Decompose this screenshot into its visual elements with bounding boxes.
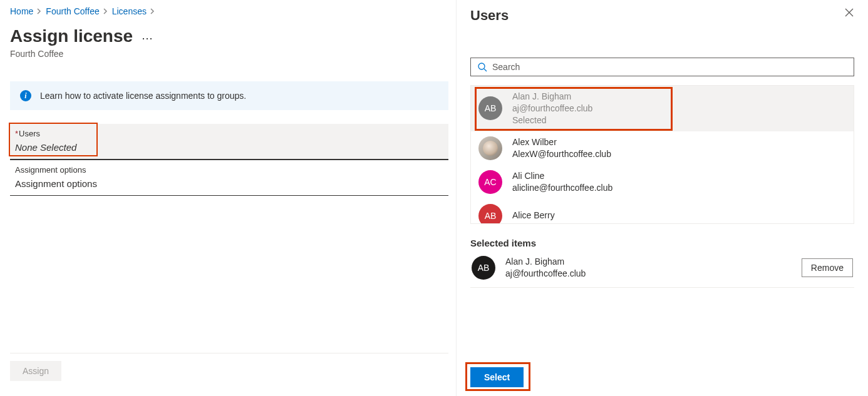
user-email: aj@fourthcoffee.club	[505, 268, 792, 280]
chevron-right-icon	[103, 8, 108, 14]
chevron-right-icon	[37, 8, 42, 14]
avatar	[478, 136, 502, 160]
user-list[interactable]: AB Alan J. Bigham aj@fourthcoffee.club S…	[470, 85, 854, 224]
avatar: AB	[478, 96, 502, 120]
user-name: Alex Wilber	[512, 136, 611, 148]
user-email: aj@fourthcoffee.club	[512, 103, 592, 114]
search-input[interactable]	[492, 62, 847, 72]
breadcrumb: Home Fourth Coffee Licenses	[10, 5, 456, 18]
user-name: Alan J. Bigham	[505, 256, 792, 268]
user-status: Selected	[512, 114, 592, 126]
avatar: AB	[472, 256, 495, 280]
user-name: Alice Berry	[512, 210, 555, 221]
user-row[interactable]: AB Alan J. Bigham aj@fourthcoffee.club S…	[471, 86, 854, 131]
assignment-options-section[interactable]: Assignment options Assignment options	[10, 160, 448, 196]
more-actions-icon[interactable]: ⋯	[142, 29, 153, 44]
panel-title: Users	[470, 8, 509, 24]
users-section-label: *Users	[15, 129, 443, 138]
user-row[interactable]: Alex Wilber AlexW@fourthcoffee.club	[471, 131, 854, 165]
search-icon	[477, 62, 487, 72]
avatar: AC	[478, 170, 502, 194]
selected-item-row: AB Alan J. Bigham aj@fourthcoffee.club R…	[470, 248, 854, 288]
info-banner[interactable]: i Learn how to activate license assignme…	[10, 81, 448, 110]
selected-items-heading: Selected items	[470, 238, 854, 248]
assign-button[interactable]: Assign	[10, 361, 61, 381]
options-section-label: Assignment options	[15, 165, 443, 175]
user-row[interactable]: AB Alice Berry	[471, 199, 854, 224]
users-section[interactable]: *Users None Selected	[10, 124, 448, 160]
svg-line-1	[484, 69, 487, 71]
chevron-right-icon	[150, 8, 155, 14]
remove-button[interactable]: Remove	[802, 258, 853, 277]
user-name: Alan J. Bigham	[512, 91, 592, 103]
users-panel: Users AB Alan J. Bigham aj@fourthcoffee.…	[456, 0, 868, 396]
close-icon[interactable]	[844, 8, 854, 18]
svg-point-0	[478, 63, 485, 69]
page-title: Assign license	[10, 26, 133, 46]
breadcrumb-org[interactable]: Fourth Coffee	[46, 6, 99, 16]
user-name: Ali Cline	[512, 170, 612, 182]
select-button[interactable]: Select	[470, 367, 524, 387]
search-field[interactable]	[470, 58, 854, 76]
info-icon: i	[20, 90, 31, 101]
breadcrumb-licenses[interactable]: Licenses	[112, 6, 147, 16]
options-section-value: Assignment options	[15, 178, 443, 189]
avatar: AB	[478, 204, 502, 224]
page-subtitle: Fourth Coffee	[10, 49, 456, 59]
users-section-value: None Selected	[15, 142, 443, 153]
breadcrumb-home[interactable]: Home	[10, 6, 33, 16]
info-banner-text: Learn how to activate license assignment…	[40, 91, 246, 101]
user-email: AlexW@fourthcoffee.club	[512, 148, 611, 160]
user-row[interactable]: AC Ali Cline alicline@fourthcoffee.club	[471, 165, 854, 199]
user-email: alicline@fourthcoffee.club	[512, 182, 612, 194]
